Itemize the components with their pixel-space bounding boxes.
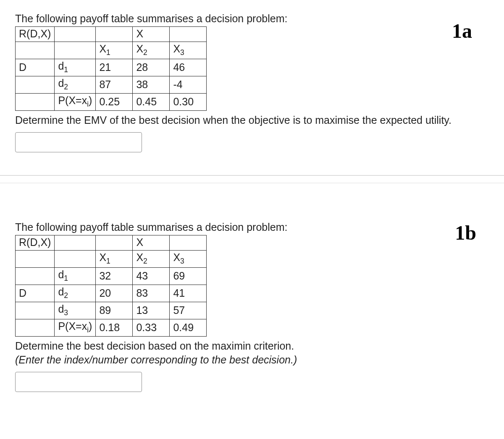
cell-d1: d1 <box>55 268 96 285</box>
payoff-table-1b: R(D,X) X X1 X2 X3 d1 32 43 69 D d2 20 83… <box>15 235 207 337</box>
cell-value: 38 <box>133 76 170 94</box>
question-text: Determine the best decision based on the… <box>15 340 489 352</box>
cell-value: 21 <box>96 59 133 76</box>
cell-blank <box>55 235 96 251</box>
hint-text: (Enter the index/number corresponding to… <box>15 354 489 366</box>
cell-RDX: R(D,X) <box>16 235 55 251</box>
table-row: D d1 21 28 46 <box>16 59 207 76</box>
col-x1: X1 <box>96 251 133 268</box>
handwritten-tag-1a: 1a <box>452 19 472 42</box>
col-x3: X3 <box>170 251 207 268</box>
cell-value: 87 <box>96 76 133 94</box>
cell-value: -4 <box>170 76 207 94</box>
cell-value: 0.33 <box>133 319 170 337</box>
cell-value: 32 <box>96 268 133 285</box>
divider <box>0 183 504 183</box>
cell-X: X <box>133 235 170 251</box>
cell-blank <box>96 235 133 251</box>
cell-prob-label: P(X=xi) <box>55 94 96 111</box>
cell-value: 20 <box>96 285 133 302</box>
cell-blank <box>16 268 55 285</box>
cell-D: D <box>16 285 55 302</box>
intro-text: The following payoff table summarises a … <box>15 13 489 25</box>
cell-value: 0.30 <box>170 94 207 111</box>
handwritten-tag-1b: 1b <box>455 221 476 244</box>
table-row: R(D,X) X <box>16 235 207 251</box>
cell-value: 13 <box>133 302 170 319</box>
cell-blank <box>96 27 133 42</box>
cell-prob-label: P(X=xi) <box>55 319 96 337</box>
col-x2: X2 <box>133 251 170 268</box>
cell-blank <box>16 94 55 111</box>
cell-blank <box>16 251 55 268</box>
cell-value: 43 <box>133 268 170 285</box>
cell-RDX: R(D,X) <box>16 27 55 42</box>
table-row: X1 X2 X3 <box>16 42 207 59</box>
divider <box>0 175 504 176</box>
col-x1: X1 <box>96 42 133 59</box>
cell-blank <box>55 27 96 42</box>
payoff-table-1a: R(D,X) X X1 X2 X3 D d1 21 28 46 d2 87 38… <box>15 26 207 111</box>
intro-text: The following payoff table summarises a … <box>15 221 489 233</box>
table-row: P(X=xi) 0.18 0.33 0.49 <box>16 319 207 337</box>
cell-blank <box>16 319 55 337</box>
cell-value: 28 <box>133 59 170 76</box>
cell-value: 69 <box>170 268 207 285</box>
cell-d2: d2 <box>55 76 96 94</box>
table-row: X1 X2 X3 <box>16 251 207 268</box>
answer-input-1a[interactable] <box>15 132 142 152</box>
cell-D: D <box>16 59 55 76</box>
table-row: D d2 20 83 41 <box>16 285 207 302</box>
cell-value: 57 <box>170 302 207 319</box>
question-text: Determine the EMV of the best decision w… <box>15 114 489 126</box>
table-row: d3 89 13 57 <box>16 302 207 319</box>
table-row: d1 32 43 69 <box>16 268 207 285</box>
table-row: R(D,X) X <box>16 27 207 42</box>
answer-field[interactable] <box>16 133 142 152</box>
table-row: P(X=xi) 0.25 0.45 0.30 <box>16 94 207 111</box>
cell-value: 0.45 <box>133 94 170 111</box>
answer-input-1b[interactable] <box>15 372 142 392</box>
cell-X: X <box>133 27 170 42</box>
cell-blank <box>16 42 55 59</box>
col-x3: X3 <box>170 42 207 59</box>
table-row: d2 87 38 -4 <box>16 76 207 94</box>
col-x2: X2 <box>133 42 170 59</box>
cell-value: 0.18 <box>96 319 133 337</box>
cell-d3: d3 <box>55 302 96 319</box>
cell-blank <box>170 235 207 251</box>
problem-1b: 1b The following payoff table summarises… <box>15 221 489 392</box>
cell-value: 46 <box>170 59 207 76</box>
cell-blank <box>55 42 96 59</box>
problem-1a: 1a The following payoff table summarises… <box>15 13 489 152</box>
cell-value: 0.49 <box>170 319 207 337</box>
cell-d2: d2 <box>55 285 96 302</box>
cell-value: 83 <box>133 285 170 302</box>
cell-blank <box>16 76 55 94</box>
cell-blank <box>55 251 96 268</box>
cell-value: 0.25 <box>96 94 133 111</box>
cell-d1: d1 <box>55 59 96 76</box>
cell-value: 41 <box>170 285 207 302</box>
cell-blank <box>170 27 207 42</box>
answer-field[interactable] <box>16 372 142 392</box>
cell-blank <box>16 302 55 319</box>
cell-value: 89 <box>96 302 133 319</box>
